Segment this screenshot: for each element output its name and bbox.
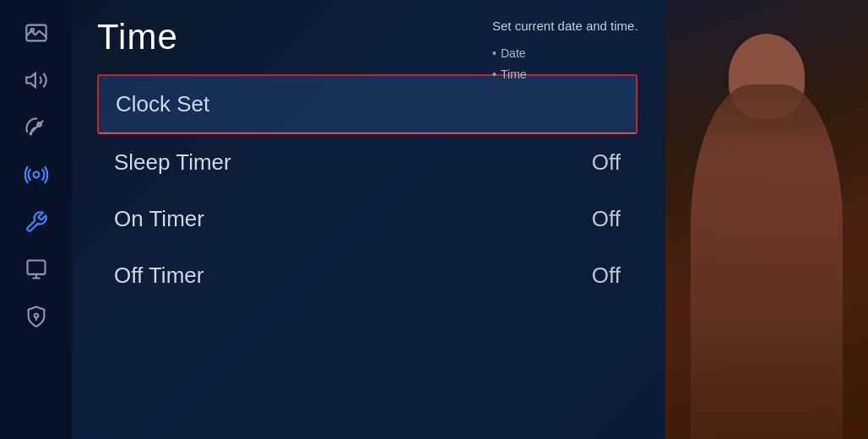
security-icon xyxy=(24,305,48,328)
on-timer-label: On Timer xyxy=(114,206,204,232)
network-icon xyxy=(24,163,48,187)
svg-point-1 xyxy=(30,29,34,32)
person-body xyxy=(691,84,843,439)
sidebar-item-tools[interactable] xyxy=(13,202,59,242)
menu-list: Clock Set Sleep Timer Off On Timer Off O… xyxy=(97,74,637,304)
broadcast-icon xyxy=(24,116,48,139)
video-thumbnail xyxy=(665,0,868,439)
sidebar-item-support[interactable] xyxy=(13,249,59,290)
info-list: Date Time xyxy=(492,43,661,85)
sidebar-item-sound[interactable] xyxy=(13,60,59,100)
menu-item-sleep-timer[interactable]: Sleep Timer Off xyxy=(97,134,637,191)
sleep-timer-value: Off xyxy=(592,149,621,176)
svg-point-7 xyxy=(34,314,38,318)
sidebar xyxy=(0,0,72,439)
sidebar-item-picture[interactable] xyxy=(13,13,59,53)
on-timer-value: Off xyxy=(592,206,621,232)
sleep-timer-label: Sleep Timer xyxy=(114,149,231,176)
picture-icon xyxy=(24,21,48,45)
svg-point-5 xyxy=(33,172,39,178)
sidebar-item-network[interactable] xyxy=(13,154,59,195)
menu-item-on-timer[interactable]: On Timer Off xyxy=(97,191,637,247)
support-icon xyxy=(24,257,48,281)
info-panel: Set current date and time. Date Time xyxy=(492,17,661,85)
svg-marker-2 xyxy=(26,73,35,87)
sidebar-item-security[interactable] xyxy=(13,296,59,337)
tools-icon xyxy=(24,210,48,234)
info-description: Set current date and time. xyxy=(492,17,661,35)
off-timer-value: Off xyxy=(592,263,621,289)
sound-icon xyxy=(24,68,48,92)
svg-rect-6 xyxy=(27,261,45,274)
sidebar-item-broadcast[interactable] xyxy=(13,107,59,148)
clock-set-label: Clock Set xyxy=(116,91,209,117)
menu-item-off-timer[interactable]: Off Timer Off xyxy=(97,247,637,304)
info-item-time: Time xyxy=(492,64,661,85)
info-item-date: Date xyxy=(492,43,661,64)
off-timer-label: Off Timer xyxy=(114,263,203,289)
